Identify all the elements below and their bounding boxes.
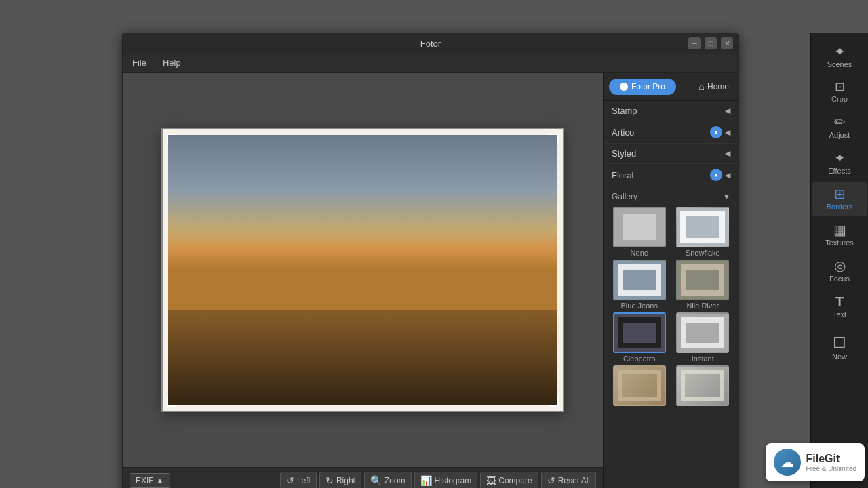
floral-pro-badge: ♦ bbox=[710, 169, 722, 181]
photo-svg bbox=[168, 135, 557, 405]
zoom-button[interactable]: 🔍 Zoom bbox=[364, 472, 412, 489]
close-button[interactable]: ✕ bbox=[721, 37, 733, 49]
compare-button[interactable]: 🖼 Compare bbox=[480, 472, 538, 489]
gallery-item-more1[interactable] bbox=[609, 365, 670, 407]
svg-rect-6 bbox=[184, 219, 190, 226]
list-item-stamp[interactable]: Stamp ◀ bbox=[604, 101, 738, 121]
stamp-arrow: ◀ bbox=[725, 106, 730, 115]
svg-rect-5 bbox=[214, 202, 220, 209]
list-item-floral[interactable]: Floral ♦ ◀ bbox=[604, 164, 738, 186]
compare-label: Compare bbox=[498, 476, 532, 485]
histogram-button[interactable]: 📊 Histogram bbox=[414, 472, 478, 489]
list-item-artico[interactable]: Artico ♦ ◀ bbox=[604, 121, 738, 144]
fotor-pro-label: Fotor Pro bbox=[631, 82, 665, 92]
fotor-pro-icon bbox=[620, 83, 628, 91]
home-label: Home bbox=[707, 82, 729, 92]
canvas-area: EXIF ▲ ↺ Left ↻ Right 🔍 Zoom 📊 Histogram bbox=[123, 73, 603, 488]
svg-marker-9 bbox=[412, 143, 557, 405]
borders-label: Borders bbox=[827, 203, 853, 211]
menubar: File Help bbox=[123, 54, 738, 73]
gallery-item-snowflake[interactable]: Snowflake bbox=[673, 207, 734, 257]
text-icon: T bbox=[835, 295, 844, 308]
home-icon: ⌂ bbox=[698, 81, 705, 92]
strip-borders[interactable]: ⊞ Borders bbox=[812, 182, 867, 216]
thumb-none bbox=[613, 207, 666, 247]
main-content: EXIF ▲ ↺ Left ↻ Right 🔍 Zoom 📊 Histogram bbox=[123, 73, 738, 488]
home-button[interactable]: ⌂ Home bbox=[694, 78, 733, 95]
borders-icon: ⊞ bbox=[834, 187, 846, 201]
svg-rect-15 bbox=[472, 182, 477, 189]
svg-rect-7 bbox=[195, 228, 200, 235]
textures-icon: ▦ bbox=[833, 223, 846, 237]
svg-marker-16 bbox=[300, 265, 426, 405]
image-container bbox=[123, 73, 603, 467]
label-blue-jeans: Blue Jeans bbox=[621, 302, 658, 310]
scenes-icon: ✦ bbox=[834, 45, 846, 58]
artico-arrow: ◀ bbox=[725, 128, 730, 137]
canvas-toolbar: EXIF ▲ ↺ Left ↻ Right 🔍 Zoom 📊 Histogram bbox=[123, 467, 603, 488]
thumb-blue-jeans bbox=[613, 260, 666, 300]
filegit-text-block: FileGit Free & Unlimited bbox=[806, 453, 856, 472]
label-none: None bbox=[631, 249, 648, 257]
menu-file[interactable]: File bbox=[128, 56, 151, 69]
strip-new[interactable]: ☐ New bbox=[812, 330, 867, 366]
histogram-label: Histogram bbox=[435, 476, 472, 485]
label-snowflake: Snowflake bbox=[686, 249, 720, 257]
svg-rect-12 bbox=[442, 179, 448, 186]
artico-label: Artico bbox=[612, 127, 634, 138]
gallery-arrow: ▼ bbox=[723, 192, 730, 201]
photo-canvas bbox=[168, 135, 557, 405]
svg-rect-2 bbox=[184, 199, 190, 205]
gallery-section-header[interactable]: Gallery ▼ bbox=[604, 186, 738, 204]
gallery-item-cleopatra[interactable]: Cleopatra bbox=[609, 312, 670, 363]
strip-effects[interactable]: ✦ Effects bbox=[812, 146, 867, 180]
menu-help[interactable]: Help bbox=[159, 56, 185, 69]
gallery-item-none[interactable]: None bbox=[609, 207, 670, 257]
gallery-item-instant[interactable]: Instant bbox=[673, 312, 734, 363]
strip-text[interactable]: T Text bbox=[812, 289, 867, 324]
maximize-button[interactable]: □ bbox=[705, 37, 717, 49]
svg-rect-3 bbox=[195, 209, 200, 216]
svg-rect-19 bbox=[168, 135, 557, 405]
text-label: Text bbox=[833, 310, 846, 319]
list-item-styled[interactable]: Styled ◀ bbox=[604, 144, 738, 164]
new-icon: ☐ bbox=[833, 336, 846, 350]
focus-icon: ◎ bbox=[834, 259, 846, 272]
focus-label: Focus bbox=[829, 274, 850, 283]
svg-rect-4 bbox=[205, 192, 210, 199]
thumb-cleopatra bbox=[613, 312, 666, 353]
panel-list: Stamp ◀ Artico ♦ ◀ Styled ◀ bbox=[604, 101, 738, 488]
reset-icon: ↺ bbox=[547, 475, 555, 486]
svg-rect-0 bbox=[168, 135, 557, 405]
gallery-item-blue-jeans[interactable]: Blue Jeans bbox=[609, 260, 670, 310]
label-instant: Instant bbox=[692, 354, 714, 363]
exif-button[interactable]: EXIF ▲ bbox=[130, 473, 170, 488]
strip-adjust[interactable]: ✏ Adjust bbox=[812, 110, 867, 144]
filegit-badge: ☁ FileGit Free & Unlimited bbox=[766, 443, 865, 481]
main-window: Fotor ─ □ ✕ File Help bbox=[122, 33, 739, 488]
label-cleopatra: Cleopatra bbox=[623, 354, 656, 363]
strip-textures[interactable]: ▦ Textures bbox=[812, 218, 867, 252]
filegit-name: FileGit bbox=[806, 453, 856, 465]
compare-icon: 🖼 bbox=[486, 475, 496, 486]
rotate-left-button[interactable]: ↺ Left bbox=[280, 472, 317, 489]
strip-crop[interactable]: ⊡ Crop bbox=[812, 75, 867, 108]
thumb-snowflake bbox=[676, 207, 729, 247]
gallery-item-nile-river[interactable]: Nile River bbox=[673, 260, 734, 310]
rotate-right-button[interactable]: ↻ Right bbox=[319, 472, 361, 489]
fotor-pro-button[interactable]: Fotor Pro bbox=[609, 79, 676, 95]
strip-focus[interactable]: ◎ Focus bbox=[812, 253, 867, 288]
svg-marker-1 bbox=[168, 152, 313, 405]
rotate-left-icon: ↺ bbox=[286, 475, 294, 486]
minimize-button[interactable]: ─ bbox=[688, 37, 701, 49]
icon-strip: ✦ Scenes ⊡ Crop ✏ Adjust ✦ Effects ⊞ Bor… bbox=[810, 33, 868, 488]
zoom-icon: 🔍 bbox=[370, 475, 382, 486]
thumb-more2 bbox=[676, 365, 729, 406]
app-title: Fotor bbox=[420, 39, 441, 49]
svg-rect-20 bbox=[168, 135, 557, 405]
gallery-item-more2[interactable] bbox=[673, 365, 734, 407]
reset-button[interactable]: ↺ Reset All bbox=[541, 472, 596, 489]
strip-scenes[interactable]: ✦ Scenes bbox=[812, 39, 867, 74]
new-label: New bbox=[832, 352, 847, 361]
svg-rect-13 bbox=[452, 189, 457, 196]
